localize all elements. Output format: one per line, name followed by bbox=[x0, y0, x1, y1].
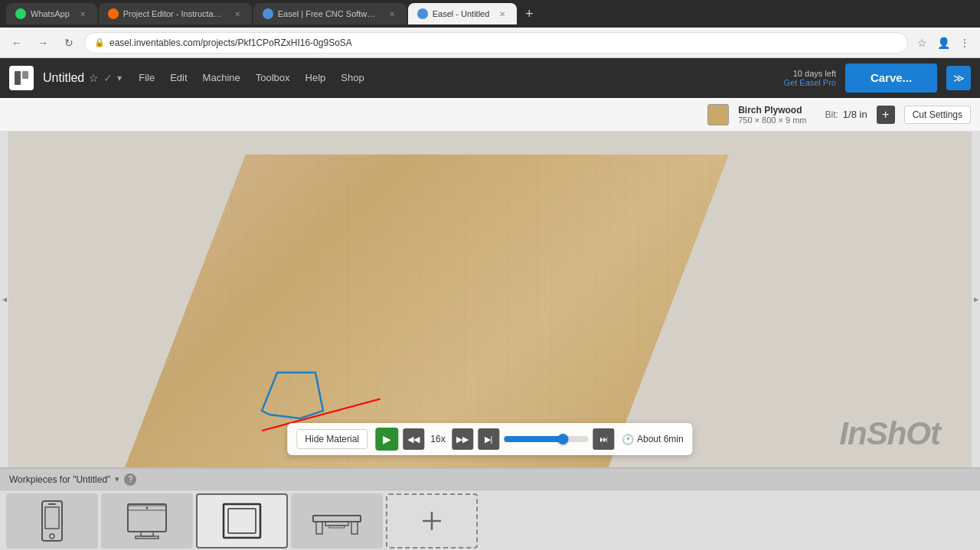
tab-instructables[interactable]: Project Editor - Instructables ✕ bbox=[99, 3, 252, 24]
menu-bar: File Edit Machine Toolbox Help Shop bbox=[137, 69, 365, 86]
instructables-favicon bbox=[108, 8, 119, 19]
menu-edit[interactable]: Edit bbox=[168, 69, 188, 86]
menu-shop[interactable]: Shop bbox=[339, 69, 365, 86]
material-info: Birch Plywood 750 × 800 × 9 mm bbox=[738, 105, 806, 125]
toolbar: Untitled ☆ ✓ ▾ File Edit Machine Toolbox… bbox=[0, 58, 980, 98]
add-bit-button[interactable]: + bbox=[877, 106, 895, 124]
svg-rect-16 bbox=[351, 522, 358, 534]
rewind-button[interactable]: ◀◀ bbox=[403, 428, 424, 450]
wood-grain bbox=[101, 155, 729, 467]
tab-easel1[interactable]: Easel | Free CNC Software | Inve... ✕ bbox=[253, 3, 407, 24]
skip-end-right-button[interactable]: ⏭ bbox=[593, 428, 614, 450]
svg-point-11 bbox=[146, 507, 149, 509]
skip-to-end-button[interactable]: ▶| bbox=[478, 428, 499, 450]
time-text: About 6min bbox=[637, 434, 684, 444]
workpieces-title: Workpieces for "Untitled" bbox=[9, 474, 110, 485]
menu-help[interactable]: Help bbox=[304, 69, 328, 86]
canvas-area[interactable]: Hide Material ▶ ◀◀ 16x ▶▶ ▶| bbox=[9, 132, 971, 467]
svg-rect-14 bbox=[313, 516, 361, 522]
settings-button[interactable]: ≫ bbox=[946, 66, 971, 90]
playback-bar: Hide Material ▶ ◀◀ 16x ▶▶ ▶| bbox=[287, 423, 692, 455]
menu-file[interactable]: File bbox=[137, 69, 156, 86]
settings-icon: ≫ bbox=[953, 72, 965, 84]
svg-rect-13 bbox=[228, 509, 256, 533]
tab-whatsapp-close[interactable]: ✕ bbox=[77, 8, 88, 19]
new-tab-button[interactable]: + bbox=[518, 3, 540, 24]
workpiece-1-icon bbox=[33, 498, 71, 544]
star-icon[interactable]: ☆ bbox=[89, 72, 99, 84]
add-workpiece-icon bbox=[416, 506, 447, 536]
svg-rect-1 bbox=[22, 71, 28, 79]
tab-whatsapp[interactable]: WhatsApp ✕ bbox=[6, 3, 97, 24]
whatsapp-favicon bbox=[15, 8, 26, 19]
workpiece-2-icon bbox=[124, 498, 170, 544]
forward-button[interactable]: → bbox=[32, 32, 54, 54]
lock-icon: 🔒 bbox=[94, 37, 105, 47]
rewind-icon: ◀◀ bbox=[407, 434, 420, 444]
pro-days-text: 10 days left bbox=[793, 69, 836, 78]
back-button[interactable]: ← bbox=[6, 32, 28, 54]
carve-button[interactable]: Carve... bbox=[845, 63, 937, 93]
address-bar-icons: ☆ 👤 ⋮ bbox=[913, 34, 974, 52]
material-swatch[interactable] bbox=[707, 104, 729, 125]
fast-forward-button[interactable]: ▶▶ bbox=[452, 428, 473, 450]
workpieces-dropdown[interactable]: ▾ bbox=[115, 474, 119, 484]
speed-label: 16x bbox=[429, 434, 447, 444]
svg-rect-6 bbox=[48, 503, 56, 505]
pro-notice: 10 days left Get Easel Pro bbox=[784, 69, 836, 87]
material-dims: 750 × 800 × 9 mm bbox=[738, 116, 806, 125]
tab-whatsapp-label: WhatsApp bbox=[31, 9, 70, 18]
right-arrow-icon: ▶ bbox=[974, 296, 978, 303]
workpiece-item-3[interactable] bbox=[196, 493, 288, 548]
design-shape[interactable] bbox=[254, 357, 331, 429]
address-bar-row: ← → ↻ 🔒 easel.inventables.com/projects/P… bbox=[0, 28, 980, 58]
progress-track[interactable] bbox=[504, 436, 588, 442]
easel1-favicon bbox=[263, 8, 273, 19]
title-chevron[interactable]: ▾ bbox=[117, 73, 122, 83]
svg-point-5 bbox=[50, 534, 54, 539]
bit-label: Bit: bbox=[825, 109, 838, 120]
3d-canvas: Hide Material ▶ ◀◀ 16x ▶▶ ▶| bbox=[9, 132, 971, 467]
svg-rect-17 bbox=[325, 522, 348, 526]
tab-easel2-close[interactable]: ✕ bbox=[497, 8, 508, 19]
inshot-watermark: InShOt bbox=[839, 415, 940, 452]
workpieces-bar: Workpieces for "Untitled" ▾ ? bbox=[0, 467, 980, 550]
left-panel-toggle[interactable]: ◀ bbox=[0, 132, 9, 467]
browser-chrome: WhatsApp ✕ Project Editor - Instructable… bbox=[0, 0, 980, 58]
skip-end-icon: ▶| bbox=[485, 434, 493, 444]
app-logo bbox=[9, 66, 34, 90]
hide-material-button[interactable]: Hide Material bbox=[296, 429, 368, 449]
progress-thumb[interactable] bbox=[557, 434, 568, 444]
play-icon: ▶ bbox=[383, 433, 391, 445]
address-bar[interactable]: 🔒 easel.inventables.com/projects/Pkf1CPo… bbox=[84, 32, 908, 54]
menu-machine[interactable]: Machine bbox=[201, 69, 242, 86]
app: Untitled ☆ ✓ ▾ File Edit Machine Toolbox… bbox=[0, 58, 980, 550]
workpiece-item-1[interactable] bbox=[6, 493, 98, 548]
tab-easel2[interactable]: Easel - Untitled ✕ bbox=[408, 3, 518, 24]
profile-icon[interactable]: 👤 bbox=[934, 34, 952, 52]
easel2-favicon bbox=[417, 8, 428, 19]
wood-surface bbox=[101, 155, 729, 467]
get-pro-link[interactable]: Get Easel Pro bbox=[784, 78, 836, 87]
workpiece-item-add[interactable] bbox=[386, 493, 478, 548]
right-panel-toggle[interactable]: ▶ bbox=[971, 132, 980, 467]
workpiece-item-4[interactable] bbox=[291, 493, 383, 548]
project-title-text: Untitled bbox=[43, 71, 84, 85]
time-display: 🕐 About 6min bbox=[622, 434, 684, 445]
workpiece-3-icon bbox=[219, 500, 265, 542]
menu-toolbox[interactable]: Toolbox bbox=[254, 69, 292, 86]
play-button[interactable]: ▶ bbox=[375, 428, 398, 451]
refresh-button[interactable]: ↻ bbox=[58, 32, 80, 54]
material-bar: Birch Plywood 750 × 800 × 9 mm Bit: 1/8 … bbox=[0, 98, 980, 132]
menu-icon[interactable]: ⋮ bbox=[956, 34, 974, 52]
bookmark-icon[interactable]: ☆ bbox=[913, 34, 931, 52]
tab-easel2-label: Easel - Untitled bbox=[433, 9, 490, 18]
cut-settings-button[interactable]: Cut Settings bbox=[904, 106, 971, 124]
workpieces-help[interactable]: ? bbox=[124, 474, 136, 486]
workpiece-item-2[interactable] bbox=[101, 493, 193, 548]
tab-instructables-close[interactable]: ✕ bbox=[232, 8, 243, 19]
svg-rect-15 bbox=[316, 522, 322, 534]
tab-easel1-close[interactable]: ✕ bbox=[387, 8, 397, 19]
workpiece-4-icon bbox=[310, 502, 364, 540]
fast-forward-icon: ▶▶ bbox=[456, 434, 469, 444]
